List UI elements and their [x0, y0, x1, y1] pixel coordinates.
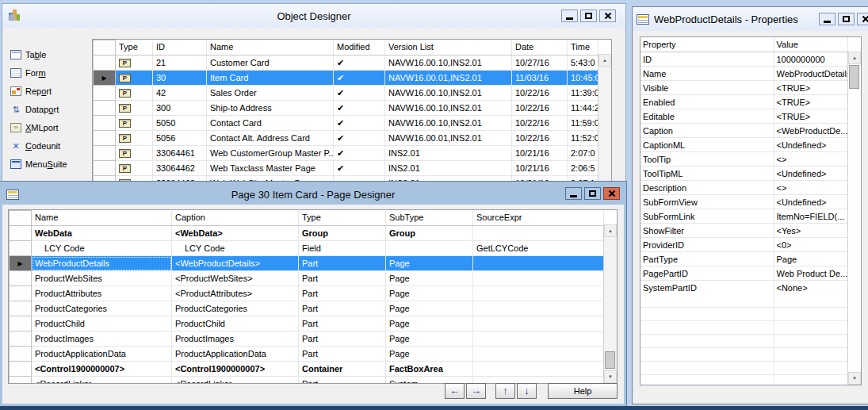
version-column-header[interactable]: Version List — [385, 40, 512, 56]
control-sourceexpr-cell[interactable] — [473, 271, 604, 286]
sidebar-item-report[interactable]: Report — [10, 85, 67, 98]
object-modified-cell[interactable]: ✔ — [334, 116, 385, 131]
object-time-cell[interactable]: 2:07:0 — [568, 146, 598, 161]
property-name-cell[interactable]: Description — [640, 181, 774, 195]
object-type-cell[interactable]: P — [116, 161, 153, 176]
property-value-cell[interactable]: WebProductDetails — [774, 67, 847, 81]
property-row[interactable]: Description <> — [640, 181, 847, 195]
control-caption-cell[interactable]: <WebData> — [172, 226, 299, 241]
property-value-cell[interactable]: <TRUE> — [774, 95, 847, 109]
property-row[interactable]: ID 1000000000 — [640, 52, 847, 67]
object-id-cell[interactable]: 21 — [153, 56, 207, 71]
control-caption-cell[interactable]: <ProductWebSites> — [172, 271, 299, 286]
object-date-cell[interactable]: 10/22/16 — [512, 116, 568, 131]
move-down-button[interactable]: ↓ — [517, 383, 537, 399]
object-date-cell[interactable]: 10/22/16 — [512, 131, 568, 146]
scroll-down-button[interactable]: ▼ — [604, 370, 617, 383]
property-row[interactable]: Visible <TRUE> — [640, 81, 847, 95]
row-selector[interactable]: ▶ — [10, 347, 32, 362]
object-type-cell[interactable]: P — [116, 116, 153, 131]
control-type-cell[interactable]: Part — [299, 331, 386, 347]
scroll-down-button[interactable]: ▼ — [848, 372, 861, 385]
row-selector[interactable]: ▶ — [10, 316, 32, 331]
object-type-cell[interactable]: P — [116, 131, 153, 146]
property-row[interactable]: Editable <TRUE> — [640, 109, 847, 124]
object-modified-cell[interactable]: ✔ — [334, 161, 385, 176]
object-time-cell[interactable]: 11:59:0 — [568, 116, 598, 131]
row-selector[interactable]: ▶ — [10, 362, 32, 377]
control-name-cell[interactable]: ProductWebSites — [32, 271, 172, 286]
property-name-cell[interactable]: ToolTip — [640, 152, 774, 167]
control-type-cell[interactable]: Part — [299, 301, 386, 316]
object-date-cell[interactable]: 10/21/16 — [512, 161, 568, 176]
control-name-cell[interactable]: ProductCategories — [32, 301, 172, 316]
row-selector[interactable]: ▶ — [10, 226, 32, 241]
object-time-cell[interactable]: 11:44:2 — [568, 101, 598, 116]
object-id-cell[interactable]: 30 — [153, 71, 207, 86]
object-name-cell[interactable]: Web CustomerGroup Master P... — [207, 146, 334, 161]
control-type-cell[interactable]: Part — [299, 256, 386, 271]
help-button[interactable]: Help — [548, 383, 618, 399]
sourceexpr-column-header[interactable]: SourceExpr — [473, 211, 604, 226]
page-control-row[interactable]: ▶ ProductAttributes <ProductAttributes> … — [10, 286, 604, 301]
page-control-row[interactable]: ▶ ProductImages ProductImages Part Page — [10, 331, 604, 347]
row-selector[interactable]: ▶ — [94, 161, 116, 176]
property-name-cell[interactable]: SubFormView — [640, 195, 774, 209]
object-type-cell[interactable]: P — [116, 146, 153, 161]
object-time-cell[interactable]: 10:45:0 — [568, 71, 598, 86]
object-date-cell[interactable]: 10/22/16 — [512, 86, 568, 101]
row-selector[interactable]: ▶ — [10, 377, 32, 385]
property-value-cell[interactable]: <TRUE> — [774, 81, 847, 95]
page-control-row[interactable]: ▶ ProductApplicationData ProductApplicat… — [10, 347, 604, 362]
control-caption-cell[interactable]: <RecordLinks> — [172, 377, 299, 385]
object-modified-cell[interactable]: ✔ — [334, 56, 385, 71]
property-name-cell[interactable]: Visible — [640, 81, 774, 95]
maximize-button[interactable] — [584, 187, 601, 200]
control-caption-cell[interactable]: <WebProductDetails> — [172, 256, 299, 271]
property-name-cell[interactable]: Caption — [640, 124, 774, 138]
row-selector[interactable]: ▶ — [10, 241, 32, 256]
scroll-up-button[interactable]: ▲ — [604, 224, 617, 237]
property-value-cell[interactable]: 1000000000 — [774, 52, 847, 67]
control-name-cell[interactable]: WebProductDetails — [32, 256, 172, 271]
control-sourceexpr-cell[interactable] — [473, 316, 604, 331]
move-up-button[interactable]: ↑ — [495, 383, 515, 399]
property-row[interactable]: Caption <WebProductDe... — [640, 124, 847, 138]
control-caption-cell[interactable]: ProductChild — [172, 316, 299, 331]
property-value-cell[interactable]: <TRUE> — [774, 109, 847, 124]
row-selector[interactable]: ▶ — [94, 101, 116, 116]
property-name-cell[interactable]: ProviderID — [640, 238, 774, 252]
control-subtype-cell[interactable]: Page — [386, 316, 473, 331]
control-subtype-cell[interactable]: Page — [386, 256, 473, 271]
control-subtype-cell[interactable]: Page — [386, 301, 473, 316]
object-name-cell[interactable]: Ship-to Address — [207, 101, 334, 116]
caption-column-header[interactable]: Caption — [172, 211, 299, 226]
object-name-cell[interactable]: Customer Card — [207, 56, 334, 71]
page-control-row[interactable]: ▶ <Control1900000007> <Control1900000007… — [10, 362, 604, 377]
property-value-cell[interactable]: <0> — [774, 238, 847, 252]
object-modified-cell[interactable]: ✔ — [334, 71, 385, 86]
control-sourceexpr-cell[interactable] — [473, 286, 604, 301]
minimize-button[interactable] — [561, 10, 578, 22]
control-name-cell[interactable]: ProductImages — [32, 331, 172, 347]
page-controls-scrollbar[interactable]: ▲ ▼ — [603, 224, 617, 383]
object-time-cell[interactable]: 2:06:5 — [568, 161, 598, 176]
property-value-cell[interactable]: ItemNo=FIELD(... — [774, 209, 847, 224]
object-type-cell[interactable]: P — [116, 56, 153, 71]
value-column-header[interactable]: Value — [774, 37, 847, 52]
property-name-cell[interactable]: Editable — [640, 109, 774, 124]
property-name-cell[interactable]: ToolTipML — [640, 167, 774, 181]
object-date-cell[interactable]: 11/03/16 — [512, 71, 568, 86]
close-button[interactable] — [603, 187, 620, 200]
row-selector[interactable]: ▶ — [10, 286, 32, 301]
property-row[interactable]: SubFormView <Undefined> — [640, 195, 847, 209]
control-type-cell[interactable]: Field — [299, 241, 386, 256]
type-column-header[interactable]: Type — [116, 40, 153, 56]
control-name-cell[interactable]: <Control1900000007> — [32, 362, 172, 377]
row-selector[interactable]: ▶ — [94, 116, 116, 131]
page-designer-titlebar[interactable]: Page 30 Item Card - Page Designer — [2, 184, 624, 205]
property-row[interactable]: PagePartID Web Product De... — [640, 266, 847, 281]
minimize-button[interactable] — [819, 13, 835, 25]
property-name-cell[interactable]: ID — [640, 52, 774, 67]
property-value-cell[interactable]: <Yes> — [774, 224, 847, 238]
